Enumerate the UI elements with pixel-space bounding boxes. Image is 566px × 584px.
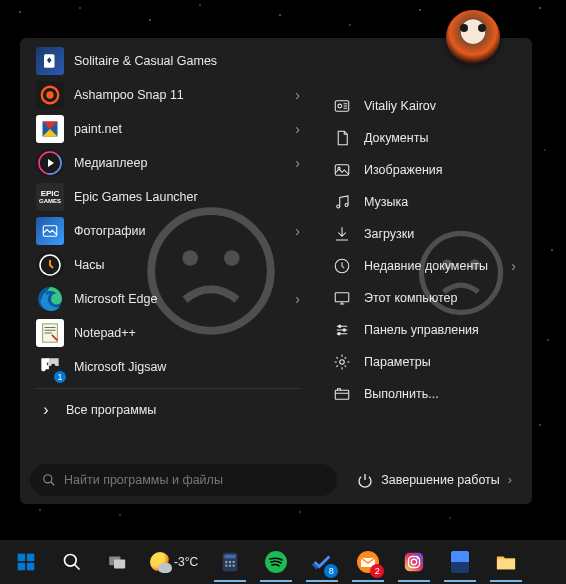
start-menu: Solitaire & Casual Games Ashampoo Snap 1… [20,38,532,504]
weather-icon [150,552,170,572]
place-recent[interactable]: Недавние документы› [322,250,526,282]
app-label: paint.net [74,122,289,136]
app-edge[interactable]: Microsoft Edge› [26,282,310,316]
svg-point-8 [46,91,53,98]
all-programs[interactable]: ›Все программы [26,393,310,427]
all-programs-label: Все программы [66,403,300,417]
app-photos[interactable]: Фотографии› [26,214,310,248]
place-label: Выполнить... [364,387,516,401]
place-pictures[interactable]: Изображения [322,154,526,186]
chevron-right-icon: › [508,473,512,487]
app-label: Notepad++ [74,326,300,340]
app-label: Microsoft Edge [74,292,289,306]
place-run[interactable]: Выполнить... [322,378,526,410]
app-jigsaw[interactable]: 1Microsoft Jigsaw [26,350,310,384]
app-label: Медиаплеер [74,156,289,170]
place-label: Vitaliy Kairov [364,99,516,113]
start-footer: Найти программы и файлы Завершение работ… [20,456,532,504]
app-label: Microsoft Jigsaw [74,360,300,374]
svg-rect-28 [335,390,349,399]
svg-rect-32 [18,563,26,571]
taskbar-mail[interactable]: 2 [346,542,390,582]
svg-rect-51 [497,559,515,569]
chevron-right-icon: › [295,291,300,307]
svg-point-20 [337,205,340,208]
svg-rect-30 [18,554,26,562]
taskbar-search[interactable] [50,542,94,582]
place-documents[interactable]: Документы [322,122,526,154]
shutdown-label: Завершение работы [381,473,500,487]
search-placeholder: Найти программы и файлы [64,473,223,487]
place-music[interactable]: Музыка [322,186,526,218]
taskbar-instagram[interactable] [392,542,436,582]
app-label: Ashampoo Snap 11 [74,88,289,102]
app-notepadpp[interactable]: Notepad++ [26,316,310,350]
place-thispc[interactable]: Этот компьютер [322,282,526,314]
svg-point-42 [225,564,227,566]
chevron-right-icon: › [295,87,300,103]
svg-point-43 [229,564,231,566]
place-label: Изображения [364,163,516,177]
shutdown-button[interactable]: Завершение работы › [347,472,522,488]
svg-point-50 [417,557,419,559]
svg-point-25 [343,329,345,331]
search-input[interactable]: Найти программы и файлы [30,464,337,496]
badge: 2 [370,564,384,578]
place-label: Музыка [364,195,516,209]
separator [36,388,300,389]
places-list: Vitaliy Kairov Документы Изображения Муз… [316,38,532,456]
taskbar-explorer[interactable] [484,542,528,582]
svg-rect-33 [27,563,35,571]
place-user[interactable]: Vitaliy Kairov [322,90,526,122]
taskbar-app[interactable] [438,542,482,582]
place-control[interactable]: Панель управления [322,314,526,346]
user-avatar[interactable] [446,10,500,64]
svg-point-27 [340,360,345,365]
svg-rect-38 [225,555,236,559]
start-button[interactable] [4,542,48,582]
chevron-right-icon: › [295,155,300,171]
weather-temp: -3°C [174,555,198,569]
svg-point-41 [233,561,235,563]
place-label: Этот компьютер [364,291,516,305]
search-icon [42,473,56,487]
svg-point-40 [229,561,231,563]
place-downloads[interactable]: Загрузки [322,218,526,250]
svg-rect-31 [27,554,35,562]
chevron-right-icon: › [43,401,48,419]
app-ashampoo[interactable]: Ashampoo Snap 11› [26,78,310,112]
place-settings[interactable]: Параметры [322,346,526,378]
svg-point-26 [338,333,340,335]
chevron-right-icon: › [295,223,300,239]
task-view[interactable] [96,542,140,582]
app-label: Epic Games Launcher [74,190,300,204]
svg-point-29 [44,475,52,483]
svg-point-24 [339,325,341,327]
svg-point-39 [225,561,227,563]
app-label: Часы [74,258,300,272]
svg-rect-18 [335,165,349,176]
place-label: Недавние документы [364,259,505,273]
power-icon [357,472,373,488]
svg-point-21 [345,204,348,207]
taskbar: -3°C 8 2 [0,540,566,584]
app-paintnet[interactable]: paint.net› [26,112,310,146]
svg-point-17 [338,104,342,108]
chevron-right-icon: › [511,258,516,274]
svg-rect-47 [405,553,423,571]
taskbar-todo[interactable]: 8 [300,542,344,582]
app-epic[interactable]: EPICGAMESEpic Games Launcher [26,180,310,214]
taskbar-weather[interactable]: -3°C [142,552,206,572]
app-mediaplayer[interactable]: Медиаплеер› [26,146,310,180]
taskbar-spotify[interactable] [254,542,298,582]
apps-list: Solitaire & Casual Games Ashampoo Snap 1… [20,38,316,456]
app-label: Фотографии [74,224,289,238]
app-label: Solitaire & Casual Games [74,54,300,68]
place-label: Панель управления [364,323,516,337]
svg-rect-36 [114,560,125,569]
app-clock[interactable]: Часы [26,248,310,282]
taskbar-calculator[interactable] [208,542,252,582]
badge: 8 [324,564,338,578]
place-label: Параметры [364,355,516,369]
app-solitaire[interactable]: Solitaire & Casual Games [26,44,310,78]
